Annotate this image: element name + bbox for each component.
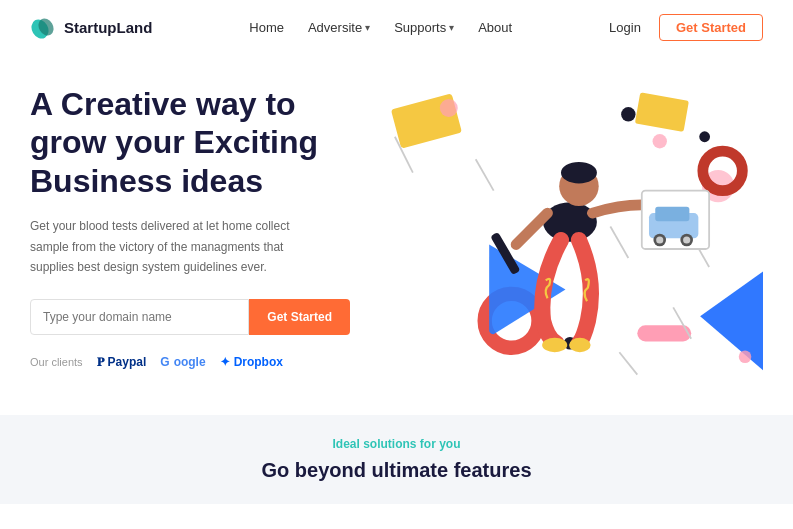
svg-line-16 (610, 227, 628, 258)
nav-adversite[interactable]: Adversite (308, 20, 370, 35)
nav-about[interactable]: About (478, 20, 512, 35)
svg-point-5 (653, 134, 667, 148)
logo-text: StartupLand (64, 19, 152, 36)
nav-links: Home Adversite Supports About (249, 20, 512, 35)
navbar: StartupLand Home Adversite Supports Abou… (0, 0, 793, 55)
hero-subtitle: Get your blood tests delivered at let ho… (30, 216, 300, 277)
svg-point-20 (543, 202, 597, 242)
google-icon: G (160, 355, 169, 369)
client-paypal: 𝐏 Paypal (97, 355, 147, 369)
svg-rect-28 (655, 207, 689, 221)
illustration-svg (350, 75, 763, 405)
client-dropbox: ✦ Dropbox (220, 355, 283, 369)
dropbox-icon: ✦ (220, 355, 230, 369)
svg-point-4 (440, 99, 458, 117)
hero-content: A Creative way to grow your Exciting Bus… (30, 75, 350, 405)
svg-rect-3 (635, 92, 689, 132)
domain-input[interactable] (30, 299, 249, 335)
hero-title: A Creative way to grow your Exciting Bus… (30, 85, 350, 200)
nav-actions: Login Get Started (609, 14, 763, 41)
svg-rect-12 (637, 325, 691, 341)
svg-point-13 (739, 350, 752, 363)
logo-icon (30, 15, 56, 41)
svg-point-32 (683, 236, 690, 243)
svg-line-15 (476, 159, 494, 190)
login-button[interactable]: Login (609, 20, 641, 35)
bottom-tagline: Ideal solutions for you (30, 437, 763, 451)
nav-supports[interactable]: Supports (394, 20, 454, 35)
hero-get-started-button[interactable]: Get Started (249, 299, 350, 335)
nav-get-started-button[interactable]: Get Started (659, 14, 763, 41)
nav-home[interactable]: Home (249, 20, 284, 35)
clients-label: Our clients (30, 356, 83, 368)
client-google: Google (160, 355, 205, 369)
hero-cta-row: Get Started (30, 299, 350, 335)
hero-section: A Creative way to grow your Exciting Bus… (0, 55, 793, 415)
svg-line-18 (619, 352, 637, 374)
svg-point-7 (621, 107, 635, 121)
svg-point-24 (542, 338, 567, 352)
hero-illustration (350, 75, 763, 405)
svg-point-31 (656, 236, 663, 243)
svg-point-8 (699, 131, 710, 142)
paypal-icon: 𝐏 (97, 355, 104, 369)
svg-point-22 (561, 162, 597, 184)
clients-row: Our clients 𝐏 Paypal Google ✦ Dropbox (30, 355, 350, 369)
bottom-section: Ideal solutions for you Go beyond ultima… (0, 415, 793, 504)
bottom-title: Go beyond ultimate features (30, 459, 763, 482)
svg-point-25 (569, 338, 591, 352)
logo[interactable]: StartupLand (30, 15, 152, 41)
